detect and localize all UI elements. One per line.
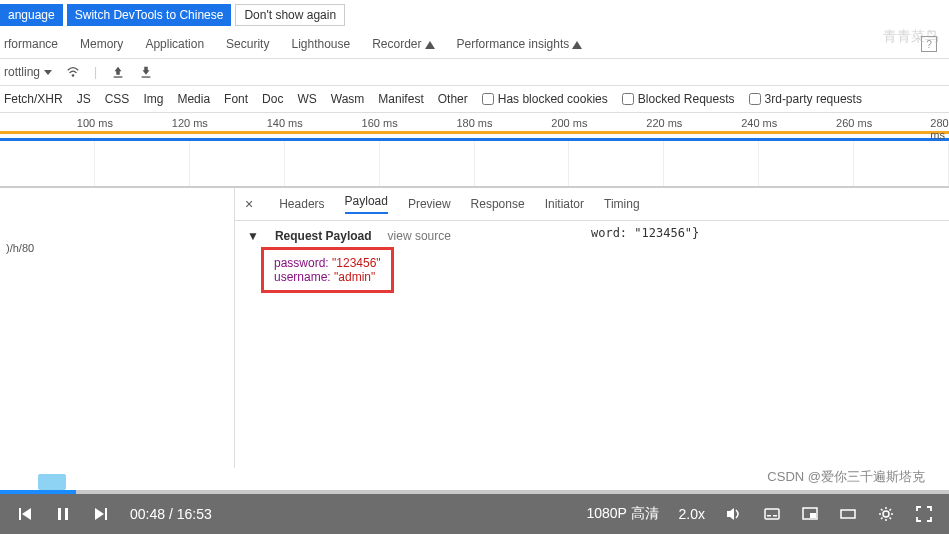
filter-blocked-requests[interactable]: Blocked Requests xyxy=(622,92,735,106)
payload-panel: ▼ Request Payload view source password: … xyxy=(235,221,949,301)
network-toolbar: rottling | xyxy=(0,59,949,86)
volume-icon[interactable] xyxy=(725,505,743,523)
tab-application[interactable]: Application xyxy=(145,37,204,51)
svg-point-0 xyxy=(72,74,75,77)
filter-doc[interactable]: Doc xyxy=(262,92,283,106)
settings-icon[interactable] xyxy=(877,505,895,523)
filter-wasm[interactable]: Wasm xyxy=(331,92,365,106)
tab-timing[interactable]: Timing xyxy=(604,197,640,211)
svg-rect-8 xyxy=(767,515,771,517)
speed-label[interactable]: 2.0x xyxy=(679,506,705,522)
waterfall-grid xyxy=(0,141,949,187)
tab-insights[interactable]: Performance insights xyxy=(457,37,583,51)
prev-icon[interactable] xyxy=(16,505,34,523)
timeline[interactable]: 100 ms 120 ms 140 ms 160 ms 180 ms 200 m… xyxy=(0,113,949,188)
tab-payload[interactable]: Payload xyxy=(345,194,388,214)
svg-rect-1 xyxy=(114,76,123,77)
payload-title: Request Payload xyxy=(275,229,372,243)
svg-rect-4 xyxy=(58,508,61,520)
tab-initiator[interactable]: Initiator xyxy=(545,197,584,211)
tab-lighthouse[interactable]: Lighthouse xyxy=(291,37,350,51)
filter-bar: Fetch/XHR JS CSS Img Media Font Doc WS W… xyxy=(0,86,949,113)
filter-ws[interactable]: WS xyxy=(297,92,316,106)
svg-rect-2 xyxy=(142,76,151,77)
devtools-tabs: rformance Memory Application Security Li… xyxy=(0,30,949,59)
tab-memory[interactable]: Memory xyxy=(80,37,123,51)
theater-icon[interactable] xyxy=(839,505,857,523)
time-display: 00:48 / 16:53 xyxy=(130,506,212,522)
throttling-dropdown[interactable]: rottling xyxy=(4,65,52,79)
scrub-thumb[interactable] xyxy=(38,474,66,490)
svg-rect-7 xyxy=(765,509,779,519)
video-controls: 00:48 / 16:53 1080P 高清 2.0x xyxy=(0,494,949,534)
video-progress[interactable] xyxy=(0,464,949,494)
ruler: 100 ms 120 ms 140 ms 160 ms 180 ms 200 m… xyxy=(0,113,949,131)
download-icon[interactable] xyxy=(139,65,153,79)
filter-manifest[interactable]: Manifest xyxy=(378,92,423,106)
payload-highlight: password: "123456" username: "admin" xyxy=(261,247,394,293)
filter-third-party[interactable]: 3rd-party requests xyxy=(749,92,862,106)
svg-rect-11 xyxy=(810,513,816,518)
view-source-link[interactable]: view source xyxy=(388,229,451,243)
list-item[interactable]: )/h/80 xyxy=(0,238,234,258)
detail-tabs: × Headers Payload Preview Response Initi… xyxy=(235,188,949,221)
svg-point-13 xyxy=(883,511,889,517)
svg-rect-9 xyxy=(773,515,777,517)
fullscreen-icon[interactable] xyxy=(915,505,933,523)
chevron-down-icon xyxy=(44,70,52,75)
filter-js[interactable]: JS xyxy=(77,92,91,106)
svg-rect-6 xyxy=(105,508,107,520)
switch-devtools-button[interactable]: Switch DevTools to Chinese xyxy=(67,4,232,26)
tab-performance[interactable]: rformance xyxy=(4,37,58,51)
filter-blocked-cookies[interactable]: Has blocked cookies xyxy=(482,92,608,106)
svg-rect-3 xyxy=(19,508,21,520)
filter-fetch[interactable]: Fetch/XHR xyxy=(4,92,63,106)
pip-icon[interactable] xyxy=(801,505,819,523)
svg-rect-12 xyxy=(841,510,855,518)
watermark: 青青菜鸟 xyxy=(883,28,939,46)
pause-icon[interactable] xyxy=(54,505,72,523)
tab-security[interactable]: Security xyxy=(226,37,269,51)
svg-rect-5 xyxy=(65,508,68,520)
request-list[interactable]: )/h/80 xyxy=(0,188,235,468)
close-icon[interactable]: × xyxy=(245,196,253,212)
filter-media[interactable]: Media xyxy=(177,92,210,106)
language-button[interactable]: anguage xyxy=(0,4,63,26)
tab-recorder[interactable]: Recorder xyxy=(372,37,434,51)
quality-label[interactable]: 1080P 高清 xyxy=(586,505,658,523)
filter-css[interactable]: CSS xyxy=(105,92,130,106)
tab-response[interactable]: Response xyxy=(471,197,525,211)
filter-font[interactable]: Font xyxy=(224,92,248,106)
upload-icon[interactable] xyxy=(111,65,125,79)
wifi-icon[interactable] xyxy=(66,65,80,79)
subtitle-icon[interactable] xyxy=(763,505,781,523)
filter-img[interactable]: Img xyxy=(143,92,163,106)
expand-icon[interactable]: ▼ xyxy=(247,229,259,243)
filter-other[interactable]: Other xyxy=(438,92,468,106)
next-icon[interactable] xyxy=(92,505,110,523)
tab-headers[interactable]: Headers xyxy=(279,197,324,211)
tab-preview[interactable]: Preview xyxy=(408,197,451,211)
inline-json: word: "123456"} xyxy=(577,226,699,240)
warn-icon xyxy=(425,41,435,49)
dismiss-button[interactable]: Don't show again xyxy=(235,4,345,26)
warn-icon xyxy=(572,41,582,49)
overview-strip xyxy=(0,131,949,141)
